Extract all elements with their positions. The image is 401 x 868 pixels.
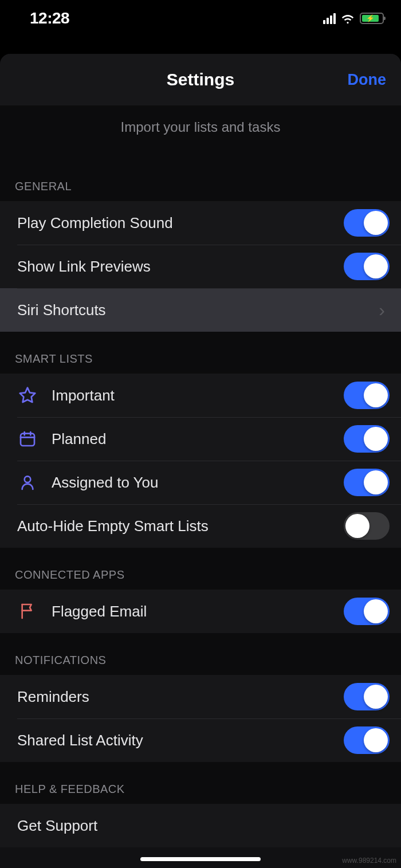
toggle-assigned-to-you[interactable] bbox=[344, 469, 390, 496]
row-label: Show Link Previews bbox=[17, 258, 344, 276]
person-icon bbox=[17, 472, 38, 493]
toggle-auto-hide[interactable] bbox=[344, 512, 390, 540]
row-siri-shortcuts[interactable]: Siri Shortcuts › bbox=[0, 288, 401, 332]
row-shared-list-activity[interactable]: Shared List Activity bbox=[0, 718, 401, 762]
status-time: 12:28 bbox=[30, 9, 69, 28]
row-label: Important bbox=[52, 387, 344, 404]
section-help-feedback: Get Support bbox=[0, 804, 401, 847]
page-title: Settings bbox=[167, 70, 234, 89]
section-header-connected-apps: CONNECTED APPS bbox=[0, 548, 401, 590]
svg-rect-1 bbox=[21, 434, 34, 446]
wifi-icon bbox=[340, 13, 355, 24]
row-label: Siri Shortcuts bbox=[17, 301, 379, 319]
section-header-smart-lists: SMART LISTS bbox=[0, 332, 401, 374]
settings-sheet: Settings Done Import your lists and task… bbox=[0, 54, 401, 868]
section-notifications: Reminders Shared List Activity bbox=[0, 675, 401, 762]
row-play-completion-sound[interactable]: Play Completion Sound bbox=[0, 201, 401, 245]
calendar-icon bbox=[17, 429, 38, 449]
sheet-header: Settings Done bbox=[0, 54, 401, 105]
done-button[interactable]: Done bbox=[348, 71, 387, 89]
row-label: Play Completion Sound bbox=[17, 214, 344, 232]
toggle-shared-list-activity[interactable] bbox=[344, 726, 390, 754]
flag-icon bbox=[17, 601, 38, 622]
toggle-play-completion-sound[interactable] bbox=[344, 209, 390, 237]
row-auto-hide-empty-smart-lists[interactable]: Auto-Hide Empty Smart Lists bbox=[0, 504, 401, 548]
import-subtext: Import your lists and tasks bbox=[0, 105, 401, 159]
row-get-support[interactable]: Get Support bbox=[0, 804, 401, 847]
watermark: www.989214.com bbox=[342, 857, 396, 865]
svg-marker-0 bbox=[20, 388, 36, 402]
battery-icon: ⚡ bbox=[360, 13, 384, 24]
charging-bolt-icon: ⚡ bbox=[366, 14, 375, 22]
section-smart-lists: Important Planned Assigned to You Auto-H… bbox=[0, 374, 401, 548]
toggle-show-link-previews[interactable] bbox=[344, 253, 390, 280]
row-label: Get Support bbox=[17, 817, 390, 835]
row-important[interactable]: Important bbox=[0, 374, 401, 417]
toggle-flagged-email[interactable] bbox=[344, 598, 390, 625]
row-planned[interactable]: Planned bbox=[0, 417, 401, 461]
section-header-help-feedback: HELP & FEEDBACK bbox=[0, 762, 401, 804]
toggle-planned[interactable] bbox=[344, 425, 390, 453]
row-show-link-previews[interactable]: Show Link Previews bbox=[0, 245, 401, 288]
cellular-signal-icon bbox=[323, 13, 336, 24]
status-bar: 12:28 ⚡ bbox=[0, 0, 401, 37]
svg-point-5 bbox=[25, 476, 31, 482]
row-assigned-to-you[interactable]: Assigned to You bbox=[0, 461, 401, 504]
status-icons: ⚡ bbox=[323, 13, 384, 24]
section-connected-apps: Flagged Email bbox=[0, 590, 401, 633]
toggle-important[interactable] bbox=[344, 382, 390, 409]
row-label: Shared List Activity bbox=[17, 732, 344, 749]
row-label: Assigned to You bbox=[52, 474, 344, 492]
chevron-right-icon: › bbox=[379, 300, 385, 321]
section-general: Play Completion Sound Show Link Previews… bbox=[0, 201, 401, 332]
section-header-notifications: NOTIFICATIONS bbox=[0, 633, 401, 675]
row-label: Planned bbox=[52, 430, 344, 448]
row-label: Reminders bbox=[17, 688, 344, 706]
toggle-reminders[interactable] bbox=[344, 683, 390, 710]
row-label: Auto-Hide Empty Smart Lists bbox=[17, 517, 344, 535]
star-icon bbox=[17, 385, 38, 406]
home-indicator[interactable] bbox=[140, 857, 261, 861]
row-reminders[interactable]: Reminders bbox=[0, 675, 401, 718]
row-flagged-email[interactable]: Flagged Email bbox=[0, 590, 401, 633]
row-label: Flagged Email bbox=[52, 603, 344, 620]
section-header-general: GENERAL bbox=[0, 159, 401, 201]
